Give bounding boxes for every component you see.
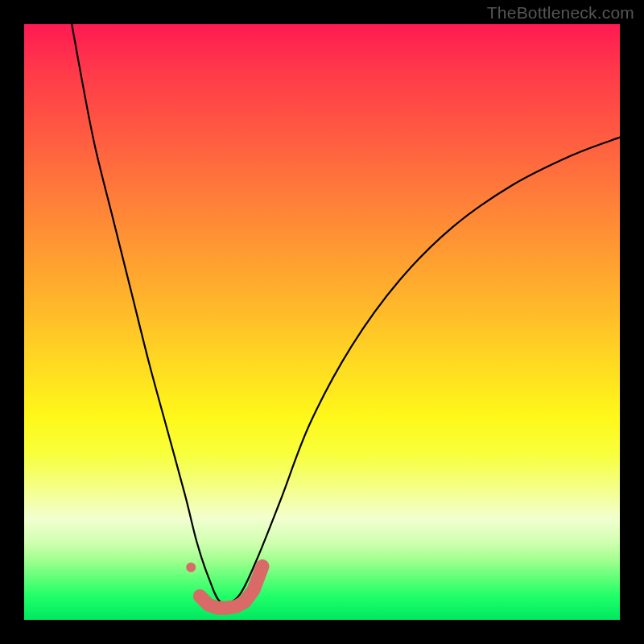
watermark-text: TheBottleneck.com [487,3,634,23]
highlight-points [186,563,262,608]
highlight-lead-dot [186,563,196,572]
highlight-trough-stroke [200,566,262,608]
bottleneck-curve [72,24,620,603]
bottleneck-curve-path [72,24,620,603]
chart-frame: TheBottleneck.com [0,0,644,644]
chart-svg [24,24,620,620]
plot-area [24,24,620,620]
